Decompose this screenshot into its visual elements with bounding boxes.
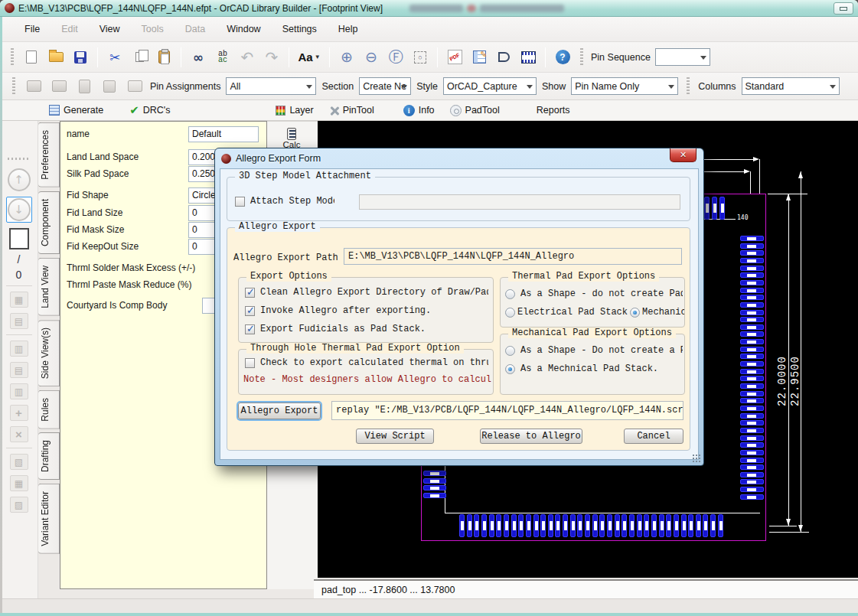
footprint-button[interactable] bbox=[518, 47, 538, 67]
form-input-name[interactable]: Default bbox=[188, 126, 259, 142]
side-tab-preferences[interactable]: Preferences bbox=[38, 122, 60, 187]
format-rows-button[interactable]: ▤ bbox=[10, 362, 28, 378]
new-file-button[interactable] bbox=[21, 47, 41, 67]
symbol-button[interactable] bbox=[494, 47, 514, 67]
export-option-checkbox[interactable] bbox=[245, 324, 255, 334]
pins-left-button[interactable] bbox=[24, 77, 44, 96]
preview-box[interactable] bbox=[9, 228, 29, 249]
menu-help[interactable]: Help bbox=[329, 21, 367, 37]
replay-command-field[interactable]: replay "E:/MB_V13/PCB/LQFP_144N/LQFP_144… bbox=[331, 401, 683, 420]
pad-label-box bbox=[608, 521, 612, 530]
tab-padtool[interactable]: PadTool bbox=[445, 103, 504, 118]
toolbar-grip[interactable] bbox=[687, 77, 690, 96]
auto-fit-button[interactable]: ▥ bbox=[10, 341, 28, 357]
dialog-body: 3D Step Model Attachment Attach Step Mod… bbox=[220, 168, 699, 460]
tab-layer[interactable]: Layer bbox=[271, 103, 318, 117]
thermal-radio[interactable] bbox=[505, 289, 515, 299]
open-file-button[interactable] bbox=[46, 47, 66, 67]
pins-top-button[interactable] bbox=[74, 77, 94, 96]
help-button[interactable]: ? bbox=[553, 47, 573, 67]
export-table-button[interactable]: ▦ bbox=[10, 292, 28, 308]
format-columns-button[interactable]: ▥ bbox=[10, 383, 28, 399]
allegro-export-button[interactable]: Allegro Export bbox=[238, 403, 321, 419]
export-option-checkbox[interactable] bbox=[245, 306, 255, 316]
copy-table-button[interactable]: ▦ bbox=[10, 475, 28, 491]
title-bar[interactable]: E:\MB_V13\PCB\LQFP_144N\LQFP_144N.efpt -… bbox=[0, 0, 858, 17]
mechanical-option-row: As a Mechnical Pad Stack. bbox=[505, 363, 683, 374]
side-tab-drafting[interactable]: Drafting bbox=[38, 432, 60, 480]
toolbar-grip[interactable] bbox=[11, 48, 14, 67]
move-down-button-selected[interactable]: ↓ bbox=[6, 197, 32, 223]
menu-window[interactable]: Window bbox=[217, 21, 269, 37]
save-button[interactable] bbox=[70, 47, 90, 67]
view-script-button[interactable]: View Script bbox=[356, 429, 434, 444]
release-to-allegro-button[interactable]: Release to Allegro bbox=[480, 429, 582, 444]
zoom-in-button[interactable]: ⊕ bbox=[337, 47, 357, 67]
menu-data[interactable]: Data bbox=[176, 21, 214, 37]
minimize-button[interactable] bbox=[834, 2, 853, 15]
tab-info[interactable]: iInfo bbox=[399, 103, 439, 118]
side-tab-component[interactable]: Component bbox=[38, 191, 60, 254]
move-up-button[interactable]: ↑ bbox=[8, 168, 31, 191]
menu-tools[interactable]: Tools bbox=[132, 21, 173, 37]
pin-pick-button[interactable] bbox=[125, 77, 145, 96]
export-option-checkbox[interactable] bbox=[245, 288, 255, 298]
mechanical-radio[interactable] bbox=[505, 364, 515, 374]
pin-sequence-select[interactable] bbox=[655, 48, 710, 66]
zoom-fit-button[interactable]: Ⓕ bbox=[386, 47, 406, 67]
font-button[interactable]: Aa ▼ bbox=[296, 47, 322, 67]
side-tab-land-view[interactable]: Land View bbox=[38, 258, 60, 316]
through-hole-checkbox[interactable] bbox=[245, 358, 255, 368]
pins-bottom-button[interactable] bbox=[100, 77, 119, 96]
section-select[interactable]: Create Ne bbox=[359, 77, 411, 95]
pdf-export-button[interactable]: PDF bbox=[445, 47, 465, 67]
chip-pins-left-icon bbox=[27, 80, 41, 92]
dialog-title-bar[interactable]: Allegro Export Form bbox=[215, 148, 703, 168]
watermark-button[interactable]: ▨ bbox=[10, 497, 28, 513]
menu-view[interactable]: View bbox=[90, 21, 129, 37]
undo-button[interactable]: ↶ bbox=[237, 47, 257, 67]
resize-grip[interactable] bbox=[692, 454, 701, 463]
menu-settings[interactable]: Settings bbox=[273, 21, 326, 37]
thermal-radio[interactable] bbox=[630, 308, 640, 318]
pcb-pad bbox=[740, 487, 764, 492]
zoom-window-button[interactable]: ○ bbox=[410, 47, 430, 67]
step-model-path-field[interactable] bbox=[359, 194, 680, 210]
toolbar-grip[interactable] bbox=[12, 77, 15, 96]
export-pdf-button[interactable]: ▤ bbox=[10, 313, 28, 329]
mechanical-radio[interactable] bbox=[505, 346, 515, 356]
redo-button[interactable]: ↷ bbox=[262, 47, 282, 67]
replace-button[interactable]: abac bbox=[213, 47, 233, 67]
thermal-radio[interactable] bbox=[505, 308, 515, 318]
find-button[interactable]: ∞ bbox=[188, 47, 208, 67]
tab-pintool[interactable]: PinTool bbox=[325, 103, 379, 117]
tab-generate[interactable]: Generate bbox=[44, 103, 108, 117]
attach-step-checkbox[interactable] bbox=[235, 197, 245, 207]
copy-button[interactable] bbox=[129, 47, 149, 67]
toolbar-grip[interactable] bbox=[580, 48, 583, 67]
columns-select[interactable]: Standard bbox=[742, 77, 840, 95]
tab-drcs[interactable]: ✔DRC's bbox=[125, 102, 175, 119]
zoom-out-button[interactable]: ⊖ bbox=[361, 47, 381, 67]
side-tab-side-view-s-[interactable]: Side View(s) bbox=[38, 320, 60, 386]
pad-label-box bbox=[747, 385, 756, 388]
cut-button[interactable]: ✂ bbox=[105, 47, 125, 67]
paste-button[interactable] bbox=[154, 47, 174, 67]
delete-button[interactable]: × bbox=[10, 426, 28, 442]
style-select[interactable]: OrCAD_Capture bbox=[443, 77, 537, 95]
allegro-export-path-field[interactable]: E:\MB_V13\PCB\LQFP_144N\LQFP_144N_Allegr… bbox=[344, 248, 682, 265]
pin-table-button[interactable] bbox=[469, 47, 489, 67]
script-table-button[interactable]: ▧ bbox=[10, 454, 28, 470]
pin-assignments-select[interactable]: All bbox=[226, 77, 316, 95]
tab-reports[interactable]: Reports bbox=[532, 103, 575, 117]
pcb-pad bbox=[637, 514, 642, 537]
move-button[interactable]: + bbox=[10, 405, 28, 421]
menu-edit[interactable]: Edit bbox=[52, 21, 87, 37]
show-select[interactable]: Pin Name Only bbox=[571, 77, 678, 95]
menu-file[interactable]: File bbox=[15, 21, 49, 37]
cancel-button[interactable]: Cancel bbox=[624, 429, 683, 444]
side-tab-rules[interactable]: Rules bbox=[38, 390, 60, 429]
dialog-close-button[interactable]: ✕ bbox=[670, 148, 697, 162]
pins-right-button[interactable] bbox=[49, 77, 69, 96]
side-tab-variant-editor[interactable]: Variant Editor bbox=[38, 484, 60, 554]
